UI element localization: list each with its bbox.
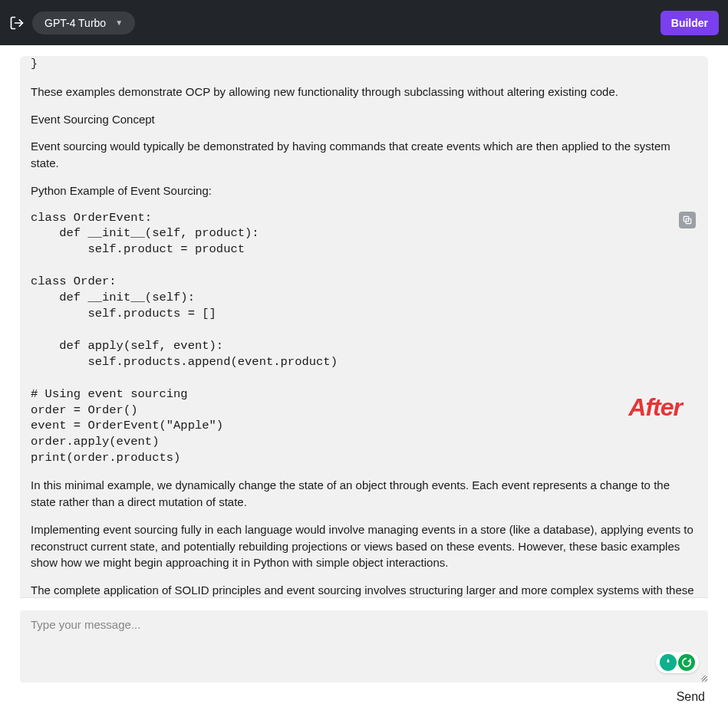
send-button[interactable]: Send xyxy=(677,690,708,704)
composer-section: Type your message... Send xyxy=(20,597,708,710)
chevron-down-icon: ▼ xyxy=(115,18,123,27)
message-paragraph: Event Sourcing Concept xyxy=(31,111,697,128)
builder-button[interactable]: Builder xyxy=(660,11,719,35)
message-paragraph: The complete application of SOLID princi… xyxy=(31,582,697,597)
code-content: class OrderEvent: def __init__(self, pro… xyxy=(31,210,697,467)
top-bar: GPT-4 Turbo ▼ Builder xyxy=(0,0,728,45)
model-name: GPT-4 Turbo xyxy=(44,17,106,29)
grammarly-icon[interactable] xyxy=(678,654,695,671)
message-paragraph: Python Example of Event Sourcing: xyxy=(31,182,697,199)
code-fragment: } xyxy=(31,56,697,73)
extension-chip-1[interactable] xyxy=(660,654,677,671)
code-block: class OrderEvent: def __init__(self, pro… xyxy=(31,210,697,467)
message-paragraph: These examples demonstrate OCP by allowi… xyxy=(31,84,697,100)
model-selector[interactable]: GPT-4 Turbo ▼ xyxy=(32,12,135,35)
message-area: } These examples demonstrate OCP by allo… xyxy=(20,45,708,597)
message-input[interactable]: Type your message... xyxy=(20,610,708,682)
assistant-message: } These examples demonstrate OCP by allo… xyxy=(20,56,708,597)
message-paragraph: In this minimal example, we dynamically … xyxy=(31,477,697,511)
copy-code-button[interactable] xyxy=(679,212,696,228)
send-row: Send xyxy=(20,690,708,704)
content-wrap: } These examples demonstrate OCP by allo… xyxy=(0,45,728,710)
exit-icon[interactable] xyxy=(9,15,25,31)
message-paragraph: Event sourcing would typically be demons… xyxy=(31,138,697,172)
resize-handle[interactable] xyxy=(699,673,707,681)
placeholder-text: Type your message... xyxy=(31,618,140,631)
extension-chips xyxy=(656,652,699,673)
message-paragraph: Implementing event sourcing fully in eac… xyxy=(31,521,697,571)
